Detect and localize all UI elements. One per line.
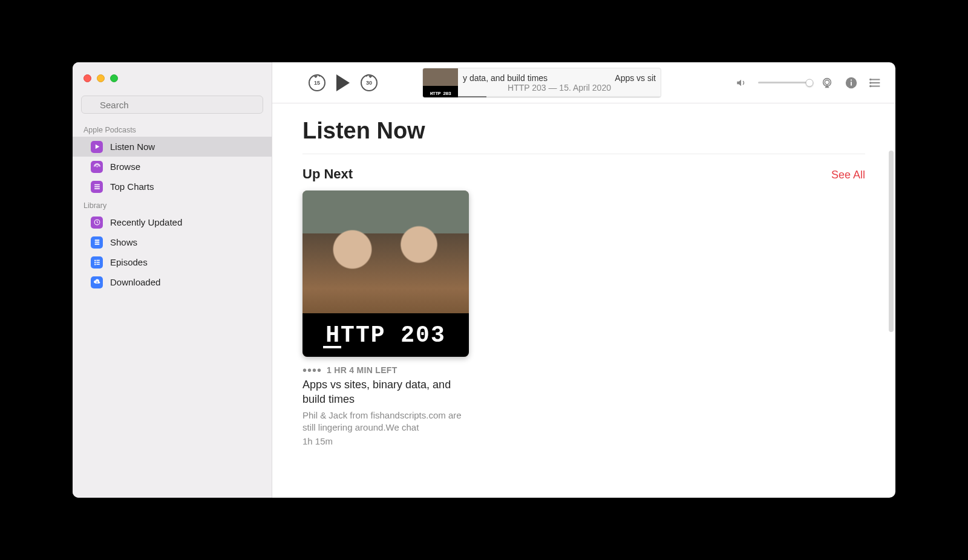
svg-rect-10 (94, 244, 99, 245)
svg-rect-14 (96, 262, 99, 263)
volume-knob[interactable] (806, 79, 814, 86)
info-icon[interactable] (845, 76, 858, 90)
search-wrap (73, 96, 272, 121)
section-header-up-next: Up Next See All (302, 154, 865, 182)
artwork-photo (302, 190, 469, 313)
svg-point-28 (870, 85, 871, 86)
sidebar-item-label: Browse (110, 161, 140, 172)
sidebar-section-library: Library (73, 197, 272, 212)
time-remaining: 1 HR 4 MIN LEFT (327, 365, 397, 375)
now-playing-title-left: y data, and build times (463, 73, 548, 83)
airplay-icon[interactable] (820, 76, 834, 90)
now-playing-text: y data, and build times Apps vs sit HTTP… (458, 73, 661, 93)
svg-marker-2 (95, 145, 99, 149)
window-controls (73, 71, 272, 96)
svg-point-27 (870, 82, 871, 83)
sidebar-item-label: Downloaded (110, 277, 160, 287)
progress-track[interactable] (458, 96, 661, 97)
play-button[interactable] (336, 74, 350, 91)
sidebar-item-label: Episodes (110, 257, 148, 267)
rewind-15-button[interactable]: ↶ 15 (309, 74, 325, 91)
svg-rect-8 (94, 239, 99, 241)
antenna-icon (91, 161, 103, 173)
svg-rect-12 (96, 260, 99, 261)
episode-card[interactable]: HTTP 203 •••• 1 HR 4 MIN LEFT Apps vs si… (302, 190, 469, 446)
now-playing-display[interactable]: HTTP 203 y data, and build times Apps vs… (422, 68, 661, 98)
content-area: Listen Now Up Next See All HTTP 203 ••• (272, 103, 895, 498)
sidebar-item-listen-now[interactable]: Listen Now (73, 137, 272, 157)
play-icon (91, 141, 103, 153)
up-next-cards: HTTP 203 •••• 1 HR 4 MIN LEFT Apps vs si… (302, 190, 865, 446)
sidebar-item-label: Listen Now (110, 142, 155, 152)
svg-point-18 (825, 80, 829, 84)
svg-rect-16 (96, 264, 99, 265)
svg-rect-4 (94, 184, 100, 186)
download-cloud-icon (91, 276, 103, 288)
progress-bar (458, 96, 486, 97)
svg-rect-15 (94, 264, 96, 265)
forward-arrow-icon: ↷ (366, 73, 372, 81)
sidebar-item-episodes[interactable]: Episodes (77, 252, 267, 272)
clock-icon (91, 217, 103, 229)
page-title: Listen Now (302, 118, 865, 144)
podcasts-window: Apple Podcasts Listen Now Browse Top Cha… (73, 62, 895, 498)
rewind-arrow-icon: ↶ (314, 73, 320, 81)
sidebar-item-label: Shows (110, 237, 137, 247)
artwork-label: HTTP 203 (430, 91, 451, 96)
toolbar: ↶ 15 ↷ 30 HTTP 203 y data, and build tim… (272, 62, 895, 103)
episodes-icon (91, 256, 103, 269)
minimize-window-button[interactable] (97, 74, 105, 82)
playback-controls: ↶ 15 ↷ 30 (309, 74, 378, 91)
section-title: Up Next (302, 166, 353, 182)
queue-icon[interactable] (869, 76, 882, 90)
episode-title: Apps vs sites, binary data, and build ti… (302, 377, 469, 407)
svg-rect-11 (94, 260, 96, 261)
episode-duration: 1h 15m (302, 436, 469, 446)
see-all-link[interactable]: See All (831, 169, 865, 181)
search-input[interactable] (81, 96, 263, 114)
sidebar: Apple Podcasts Listen Now Browse Top Cha… (73, 62, 272, 498)
sidebar-item-browse[interactable]: Browse (77, 157, 267, 177)
sidebar-item-top-charts[interactable]: Top Charts (77, 177, 267, 197)
svg-rect-6 (94, 188, 100, 189)
close-window-button[interactable] (83, 74, 91, 82)
artwork-underline (323, 346, 341, 348)
sidebar-item-downloaded[interactable]: Downloaded (77, 272, 267, 292)
episode-artwork[interactable]: HTTP 203 (302, 190, 469, 357)
svg-rect-22 (851, 79, 852, 80)
main: ↶ 15 ↷ 30 HTTP 203 y data, and build tim… (272, 62, 895, 498)
svg-rect-13 (94, 262, 96, 263)
svg-point-3 (96, 166, 97, 167)
sidebar-item-label: Recently Updated (110, 217, 182, 227)
scrollbar[interactable] (889, 151, 894, 332)
toolbar-right (735, 76, 882, 90)
svg-point-26 (870, 79, 871, 80)
sidebar-item-label: Top Charts (110, 181, 154, 192)
episode-meta-row: •••• 1 HR 4 MIN LEFT (302, 365, 469, 375)
svg-rect-21 (851, 82, 852, 85)
volume-icon (735, 77, 747, 88)
now-playing-title-right: Apps vs sit (615, 73, 656, 83)
now-playing-artwork: HTTP 203 (423, 68, 458, 97)
svg-rect-9 (94, 241, 99, 243)
sidebar-section-apple-podcasts: Apple Podcasts (73, 121, 272, 137)
episode-description: Phil & Jack from fishandscripts.com are … (302, 409, 469, 434)
artwork-title-band: HTTP 203 (302, 313, 469, 357)
svg-rect-5 (94, 186, 100, 187)
artwork-band-text: HTTP 203 (325, 322, 445, 348)
sidebar-item-recently-updated[interactable]: Recently Updated (77, 212, 267, 232)
list-icon (91, 181, 103, 193)
fullscreen-window-button[interactable] (110, 74, 118, 82)
volume-slider[interactable] (758, 82, 809, 83)
now-playing-subtitle: HTTP 203 — 15. April 2020 (508, 83, 611, 93)
sidebar-item-shows[interactable]: Shows (77, 232, 267, 252)
forward-30-button[interactable]: ↷ 30 (361, 74, 378, 91)
stack-icon (91, 236, 103, 249)
